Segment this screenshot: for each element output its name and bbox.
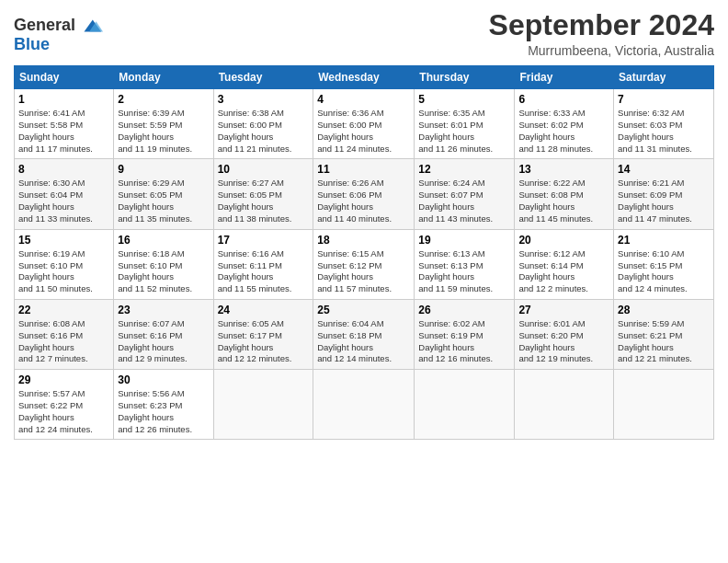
day-number: 4: [317, 93, 410, 106]
day-number: 13: [518, 163, 609, 176]
calendar-cell: 20 Sunrise: 6:12 AM Sunset: 6:14 PM Dayl…: [515, 229, 614, 299]
calendar-cell: [213, 370, 313, 440]
day-number: 16: [118, 234, 209, 247]
calendar-cell: 17 Sunrise: 6:16 AM Sunset: 6:11 PM Dayl…: [213, 229, 313, 299]
day-info: Sunrise: 6:33 AM Sunset: 6:02 PM Dayligh…: [518, 108, 609, 155]
calendar-cell: 4 Sunrise: 6:36 AM Sunset: 6:00 PM Dayli…: [313, 89, 415, 159]
day-info: Sunrise: 6:32 AM Sunset: 6:03 PM Dayligh…: [618, 108, 710, 155]
day-info: Sunrise: 6:41 AM Sunset: 5:58 PM Dayligh…: [18, 108, 109, 155]
calendar-cell: 3 Sunrise: 6:38 AM Sunset: 6:00 PM Dayli…: [213, 89, 313, 159]
day-number: 10: [218, 163, 310, 176]
calendar-cell: 7 Sunrise: 6:32 AM Sunset: 6:03 PM Dayli…: [614, 89, 714, 159]
day-number: 2: [118, 93, 209, 106]
day-number: 3: [218, 93, 310, 106]
day-info: Sunrise: 6:30 AM Sunset: 6:04 PM Dayligh…: [18, 178, 109, 224]
calendar-cell: 29 Sunrise: 5:57 AM Sunset: 6:22 PM Dayl…: [15, 370, 114, 440]
day-number: 18: [317, 234, 410, 247]
calendar-cell: 24 Sunrise: 6:05 AM Sunset: 6:17 PM Dayl…: [213, 299, 313, 369]
day-number: 11: [317, 163, 410, 176]
day-info: Sunrise: 5:59 AM Sunset: 6:21 PM Dayligh…: [618, 318, 710, 365]
calendar: Sunday Monday Tuesday Wednesday Thursday…: [14, 65, 714, 440]
day-info: Sunrise: 6:24 AM Sunset: 6:07 PM Dayligh…: [418, 178, 510, 224]
header-monday: Monday: [114, 66, 213, 89]
day-number: 5: [418, 93, 510, 106]
day-info: Sunrise: 6:21 AM Sunset: 6:09 PM Dayligh…: [618, 178, 710, 224]
day-number: 19: [418, 234, 510, 247]
calendar-cell: [515, 370, 614, 440]
day-info: Sunrise: 6:13 AM Sunset: 6:13 PM Dayligh…: [418, 248, 510, 295]
day-number: 29: [18, 373, 109, 386]
calendar-cell: 12 Sunrise: 6:24 AM Sunset: 6:07 PM Dayl…: [415, 159, 515, 229]
calendar-cell: 5 Sunrise: 6:35 AM Sunset: 6:01 PM Dayli…: [415, 89, 515, 159]
header-wednesday: Wednesday: [313, 66, 415, 89]
day-info: Sunrise: 6:01 AM Sunset: 6:20 PM Dayligh…: [518, 318, 609, 365]
logo-icon: [77, 13, 103, 39]
day-number: 23: [118, 304, 209, 316]
calendar-cell: 10 Sunrise: 6:27 AM Sunset: 6:05 PM Dayl…: [213, 159, 313, 229]
calendar-cell: 14 Sunrise: 6:21 AM Sunset: 6:09 PM Dayl…: [614, 159, 714, 229]
calendar-cell: [313, 370, 415, 440]
calendar-cell: 18 Sunrise: 6:15 AM Sunset: 6:12 PM Dayl…: [313, 229, 415, 299]
calendar-week-row: 8 Sunrise: 6:30 AM Sunset: 6:04 PM Dayli…: [15, 159, 714, 229]
calendar-cell: 23 Sunrise: 6:07 AM Sunset: 6:16 PM Dayl…: [114, 299, 213, 369]
header-saturday: Saturday: [614, 66, 714, 89]
day-number: 22: [18, 304, 109, 316]
calendar-cell: [415, 370, 515, 440]
calendar-week-row: 15 Sunrise: 6:19 AM Sunset: 6:10 PM Dayl…: [15, 229, 714, 299]
day-number: 6: [518, 93, 609, 106]
day-number: 1: [18, 93, 109, 106]
day-info: Sunrise: 6:36 AM Sunset: 6:00 PM Dayligh…: [317, 108, 410, 155]
calendar-week-row: 29 Sunrise: 5:57 AM Sunset: 6:22 PM Dayl…: [15, 370, 714, 440]
calendar-cell: 22 Sunrise: 6:08 AM Sunset: 6:16 PM Dayl…: [15, 299, 114, 369]
calendar-cell: 16 Sunrise: 6:18 AM Sunset: 6:10 PM Dayl…: [114, 229, 213, 299]
day-info: Sunrise: 6:02 AM Sunset: 6:19 PM Dayligh…: [418, 318, 510, 365]
day-info: Sunrise: 6:26 AM Sunset: 6:06 PM Dayligh…: [317, 178, 410, 224]
day-info: Sunrise: 6:05 AM Sunset: 6:17 PM Dayligh…: [218, 318, 310, 365]
day-info: Sunrise: 6:12 AM Sunset: 6:14 PM Dayligh…: [518, 248, 609, 295]
day-info: Sunrise: 6:35 AM Sunset: 6:01 PM Dayligh…: [418, 108, 510, 155]
calendar-cell: 8 Sunrise: 6:30 AM Sunset: 6:04 PM Dayli…: [15, 159, 114, 229]
day-info: Sunrise: 5:57 AM Sunset: 6:22 PM Dayligh…: [18, 388, 109, 435]
location-title: Murrumbeena, Victoria, Australia: [489, 43, 714, 58]
day-number: 7: [618, 93, 710, 106]
header-sunday: Sunday: [15, 66, 114, 89]
calendar-cell: 26 Sunrise: 6:02 AM Sunset: 6:19 PM Dayl…: [415, 299, 515, 369]
day-number: 17: [218, 234, 310, 247]
day-info: Sunrise: 6:08 AM Sunset: 6:16 PM Dayligh…: [18, 318, 109, 365]
calendar-cell: 2 Sunrise: 6:39 AM Sunset: 5:59 PM Dayli…: [114, 89, 213, 159]
day-number: 9: [118, 163, 209, 176]
calendar-cell: 25 Sunrise: 6:04 AM Sunset: 6:18 PM Dayl…: [313, 299, 415, 369]
calendar-cell: 11 Sunrise: 6:26 AM Sunset: 6:06 PM Dayl…: [313, 159, 415, 229]
logo-text: General: [14, 17, 75, 35]
day-number: 30: [118, 373, 209, 386]
day-number: 27: [518, 304, 609, 316]
day-info: Sunrise: 6:10 AM Sunset: 6:15 PM Dayligh…: [618, 248, 710, 295]
day-number: 28: [618, 304, 710, 316]
calendar-week-row: 22 Sunrise: 6:08 AM Sunset: 6:16 PM Dayl…: [15, 299, 714, 369]
day-number: 25: [317, 304, 410, 316]
calendar-cell: [614, 370, 714, 440]
day-number: 12: [418, 163, 510, 176]
day-number: 14: [618, 163, 710, 176]
day-info: Sunrise: 6:07 AM Sunset: 6:16 PM Dayligh…: [118, 318, 209, 365]
header-thursday: Thursday: [415, 66, 515, 89]
logo: General Blue: [14, 13, 103, 54]
day-info: Sunrise: 6:29 AM Sunset: 6:05 PM Dayligh…: [118, 178, 209, 224]
day-info: Sunrise: 6:04 AM Sunset: 6:18 PM Dayligh…: [317, 318, 410, 365]
day-info: Sunrise: 6:39 AM Sunset: 5:59 PM Dayligh…: [118, 108, 209, 155]
calendar-cell: 27 Sunrise: 6:01 AM Sunset: 6:20 PM Dayl…: [515, 299, 614, 369]
calendar-header-row: Sunday Monday Tuesday Wednesday Thursday…: [15, 66, 714, 89]
calendar-cell: 1 Sunrise: 6:41 AM Sunset: 5:58 PM Dayli…: [15, 89, 114, 159]
day-number: 21: [618, 234, 710, 247]
day-info: Sunrise: 6:16 AM Sunset: 6:11 PM Dayligh…: [218, 248, 310, 295]
day-number: 20: [518, 234, 609, 247]
calendar-cell: 21 Sunrise: 6:10 AM Sunset: 6:15 PM Dayl…: [614, 229, 714, 299]
header: General Blue September 2024 Murrumbeena,…: [14, 9, 714, 58]
month-title: September 2024: [489, 9, 714, 41]
calendar-cell: 19 Sunrise: 6:13 AM Sunset: 6:13 PM Dayl…: [415, 229, 515, 299]
day-info: Sunrise: 6:15 AM Sunset: 6:12 PM Dayligh…: [317, 248, 410, 295]
calendar-week-row: 1 Sunrise: 6:41 AM Sunset: 5:58 PM Dayli…: [15, 89, 714, 159]
day-info: Sunrise: 6:22 AM Sunset: 6:08 PM Dayligh…: [518, 178, 609, 224]
calendar-cell: 15 Sunrise: 6:19 AM Sunset: 6:10 PM Dayl…: [15, 229, 114, 299]
day-info: Sunrise: 6:27 AM Sunset: 6:05 PM Dayligh…: [218, 178, 310, 224]
